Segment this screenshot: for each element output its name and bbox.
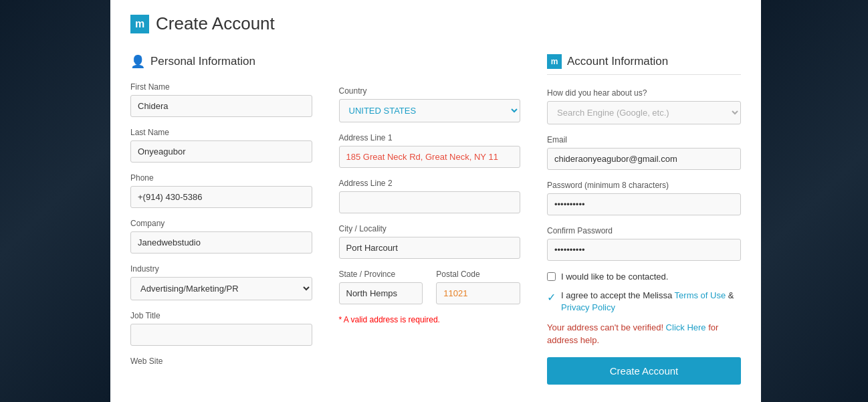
main-content: m Create Account 👤 Personal Information …: [110, 0, 761, 402]
personal-section-header: 👤 Personal Information: [130, 54, 312, 69]
page-title-row: m Create Account: [130, 13, 741, 34]
job-title-input[interactable]: [130, 324, 312, 346]
account-section-title: Account Information: [567, 55, 668, 68]
state-label: State / Province: [339, 270, 423, 279]
last-name-input[interactable]: [130, 140, 312, 163]
state-group: State / Province: [339, 270, 423, 304]
contact-label: I would like to be contacted.: [561, 272, 668, 282]
how-hear-group: How did you hear about us? Search Engine…: [547, 88, 741, 124]
state-postal-row: State / Province Postal Code: [339, 270, 521, 304]
agree-text: I agree to accept the Melissa Terms of U…: [561, 290, 734, 314]
company-input[interactable]: [130, 231, 312, 254]
address2-group: Address Line 2: [339, 179, 521, 213]
error-message: Your address can't be verified!: [547, 322, 666, 332]
postal-input[interactable]: [436, 282, 520, 304]
personal-section-title: Personal Information: [150, 55, 255, 68]
job-title-label: Job Title: [130, 311, 312, 320]
agree-prefix: I agree to accept the Melissa: [561, 290, 675, 300]
company-row: Company: [130, 219, 312, 254]
city-input[interactable]: [339, 237, 521, 259]
last-name-row: Last Name: [130, 128, 312, 163]
agree-row: ✓ I agree to accept the Melissa Terms of…: [547, 290, 741, 314]
industry-group: Industry Advertising/Marketing/PR Techno…: [130, 264, 312, 300]
account-section-logo: m: [547, 54, 562, 69]
country-group: Country UNITED STATES CANADA UNITED KING…: [339, 86, 521, 122]
password-label: Password (minimum 8 characters): [547, 181, 741, 190]
city-row: City / Locality: [339, 224, 521, 259]
address2-label: Address Line 2: [339, 179, 521, 188]
account-info-section: m Account Information How did you hear a…: [547, 54, 741, 385]
company-group: Company: [130, 219, 312, 254]
agree-and: &: [726, 290, 734, 300]
contact-checkbox-row: I would like to be contacted.: [547, 272, 741, 282]
email-group: Email: [547, 135, 741, 170]
two-col-layout: 👤 Personal Information First Name Last N…: [130, 54, 741, 385]
contact-checkbox[interactable]: [547, 272, 556, 281]
valid-address-asterisk: *: [339, 315, 342, 324]
personal-info-section: 👤 Personal Information First Name Last N…: [130, 54, 312, 385]
address2-row: Address Line 2: [339, 179, 521, 213]
state-input[interactable]: [339, 282, 423, 304]
country-row: Country UNITED STATES CANADA UNITED KING…: [339, 86, 521, 122]
first-name-group: First Name: [130, 82, 312, 117]
first-name-row: First Name: [130, 82, 312, 117]
industry-select[interactable]: Advertising/Marketing/PR Technology Fina…: [130, 277, 312, 300]
address-section: Country UNITED STATES CANADA UNITED KING…: [339, 54, 521, 385]
click-here-link[interactable]: Click Here: [666, 322, 706, 332]
how-hear-label: How did you hear about us?: [547, 88, 741, 98]
address1-group: Address Line 1: [339, 133, 521, 168]
address2-input[interactable]: [339, 191, 521, 213]
industry-label: Industry: [130, 264, 312, 274]
sidebar-right: [761, 0, 868, 402]
valid-address-note: * A valid address is required.: [339, 315, 521, 324]
terms-of-use-link[interactable]: Terms of Use: [675, 290, 726, 300]
phone-label: Phone: [130, 173, 312, 183]
account-section-header: m Account Information: [547, 54, 741, 75]
job-title-group: Job Title: [130, 311, 312, 346]
password-group: Password (minimum 8 characters): [547, 181, 741, 215]
postal-label: Postal Code: [436, 270, 520, 279]
web-site-label: Web Site: [130, 357, 312, 366]
country-select[interactable]: UNITED STATES CANADA UNITED KINGDOM: [339, 99, 521, 122]
email-input[interactable]: [547, 148, 741, 170]
first-name-input[interactable]: [130, 95, 312, 117]
email-label: Email: [547, 135, 741, 144]
phone-input[interactable]: [130, 186, 312, 208]
error-text: Your address can't be verified! Click He…: [547, 322, 741, 346]
industry-row: Industry Advertising/Marketing/PR Techno…: [130, 264, 312, 300]
person-icon: 👤: [130, 54, 145, 69]
page-title: Create Account: [156, 13, 275, 34]
country-label: Country: [339, 86, 521, 96]
address1-input[interactable]: [339, 146, 521, 168]
last-name-group: Last Name: [130, 128, 312, 163]
job-title-row: Job Title: [130, 311, 312, 346]
web-site-row: Web Site: [130, 357, 312, 369]
web-site-group: Web Site: [130, 357, 312, 369]
last-name-label: Last Name: [130, 128, 312, 137]
confirm-password-label: Confirm Password: [547, 226, 741, 235]
agree-checkmark-icon: ✓: [547, 291, 556, 304]
address1-label: Address Line 1: [339, 133, 521, 142]
melissa-logo: m: [130, 15, 149, 33]
valid-address-text: A valid address is required.: [344, 315, 440, 324]
postal-group: Postal Code: [436, 270, 520, 304]
first-name-label: First Name: [130, 82, 312, 92]
address1-row: Address Line 1: [339, 133, 521, 168]
privacy-policy-link[interactable]: Privacy Policy: [561, 302, 615, 312]
confirm-password-input[interactable]: [547, 239, 741, 261]
city-label: City / Locality: [339, 224, 521, 233]
submit-button[interactable]: Create Account: [547, 357, 741, 385]
phone-row: Phone: [130, 173, 312, 208]
sidebar-left: [0, 0, 110, 402]
confirm-password-group: Confirm Password: [547, 226, 741, 261]
how-hear-select[interactable]: Search Engine (Google, etc.) Word of Mou…: [547, 101, 741, 124]
company-label: Company: [130, 219, 312, 228]
password-input[interactable]: [547, 193, 741, 215]
phone-group: Phone: [130, 173, 312, 208]
city-group: City / Locality: [339, 224, 521, 259]
